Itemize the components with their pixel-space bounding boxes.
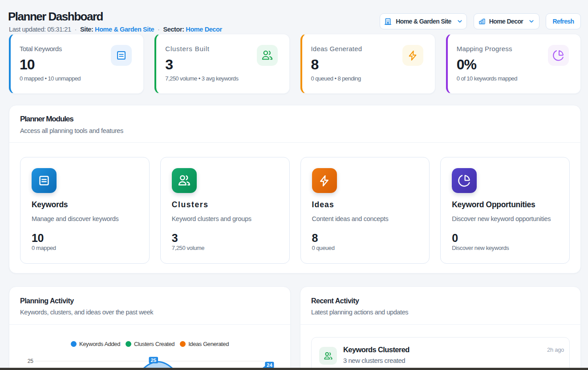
svg-text:25: 25 xyxy=(150,358,156,363)
svg-text:25: 25 xyxy=(28,358,34,364)
svg-text:24: 24 xyxy=(267,362,272,368)
